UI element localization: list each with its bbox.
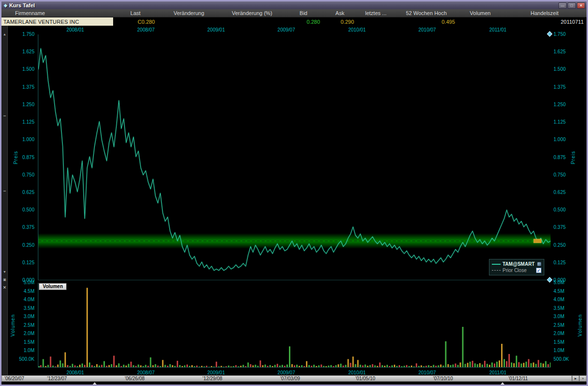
axis-tick-label: 1.750 bbox=[22, 32, 34, 37]
x-tick-label: 2008/01 bbox=[67, 27, 84, 32]
axis-tick-label: 0.375 bbox=[554, 225, 566, 230]
volume-bar bbox=[533, 363, 534, 368]
app-icon: ◆ bbox=[4, 3, 7, 8]
view-range-marker-icon[interactable] bbox=[93, 382, 97, 385]
volume-bar bbox=[474, 363, 476, 368]
axis-tick-label: 0.750 bbox=[554, 173, 566, 177]
volume-bar bbox=[465, 364, 466, 368]
volume-chart-canvas[interactable] bbox=[38, 283, 551, 368]
axis-tick-label: 1.375 bbox=[554, 85, 566, 90]
axis-tick-label: 0.125 bbox=[22, 260, 34, 265]
grip-icon[interactable]: ═ bbox=[1, 188, 8, 194]
quote-cell: TAMERLANE VENTURES INC bbox=[1, 17, 113, 26]
chart-region: ▲ ═ ═ ▼ ▣ ✕ 2008/012008/072009/012009/07… bbox=[1, 26, 587, 375]
price-chart[interactable]: TAM@SMART Prior Close ✓ bbox=[38, 34, 550, 280]
tool-icon[interactable] bbox=[537, 262, 541, 266]
axis-tick-label: 0.875 bbox=[554, 155, 566, 160]
volume-bar bbox=[479, 363, 481, 368]
column-header[interactable]: Volumen bbox=[458, 9, 503, 17]
volume-bar bbox=[113, 356, 115, 368]
volume-bar bbox=[128, 364, 129, 368]
x-tick-label: 2008/07 bbox=[137, 27, 155, 32]
scrollbar-date-label: '12/29/08 bbox=[202, 376, 222, 382]
last-price-marker[interactable] bbox=[534, 239, 541, 243]
axis-tick-label: 1.750 bbox=[554, 32, 566, 37]
volume-bar bbox=[86, 288, 88, 368]
volume-bar bbox=[538, 360, 539, 368]
column-header[interactable]: Last bbox=[113, 9, 158, 17]
volume-bar bbox=[357, 360, 359, 368]
volume-bar bbox=[355, 364, 356, 368]
scrollbar-date-label: '07/03/09 bbox=[280, 376, 300, 382]
volume-bar bbox=[177, 361, 178, 368]
timeline-scrollbar[interactable]: '06/20/07'12/23/07'06/26/08'12/29/08'07/… bbox=[1, 375, 587, 382]
volume-bar bbox=[216, 362, 217, 368]
axis-tick-label: 1.625 bbox=[554, 49, 566, 54]
axis-tick-label: 4.0M bbox=[24, 297, 34, 302]
axis-tick-label: 1.0M bbox=[554, 348, 564, 353]
view-range-marker-icon[interactable] bbox=[501, 382, 504, 385]
axis-tick-label: 2.5M bbox=[554, 323, 564, 328]
minimize-button[interactable]: — bbox=[558, 2, 567, 9]
close-panel-icon[interactable]: ✕ bbox=[1, 285, 8, 290]
volume-bar bbox=[111, 364, 112, 368]
dock-icon[interactable]: ▣ bbox=[1, 277, 8, 283]
volume-bar bbox=[540, 363, 541, 368]
grip-icon[interactable]: ═ bbox=[1, 113, 8, 119]
column-header[interactable]: Veränderung (%) bbox=[220, 9, 284, 17]
prior-close-line-sample bbox=[492, 270, 501, 271]
scroll-down-icon[interactable]: ▼ bbox=[1, 269, 8, 275]
volume-bar bbox=[62, 363, 64, 368]
x-tick-label: 2010/07 bbox=[419, 27, 436, 32]
scroll-right-icon[interactable]: ► bbox=[572, 375, 579, 382]
scroll-fast-icon[interactable]: » bbox=[579, 375, 587, 382]
column-header[interactable]: Ask bbox=[323, 9, 357, 17]
axis-tick-label: 1.250 bbox=[554, 102, 566, 107]
column-header[interactable]: Veränderung bbox=[158, 9, 220, 17]
axis-tick-label: 0.250 bbox=[554, 243, 566, 248]
volume-ticks-left: 5.0M4.5M4.0M3.5M3.0M2.5M2.0M1.5M1.0M500.… bbox=[8, 283, 36, 368]
prior-close-checkbox[interactable]: ✓ bbox=[536, 268, 541, 273]
price-chart-canvas[interactable] bbox=[38, 34, 551, 280]
volume-bar bbox=[462, 327, 464, 368]
x-tick-label: 2011/01 bbox=[489, 370, 506, 375]
volume-chart[interactable] bbox=[38, 283, 550, 368]
volume-bar bbox=[353, 356, 354, 368]
column-header[interactable]: Bid bbox=[284, 9, 323, 17]
scrollbar-track[interactable]: '06/20/07'12/23/07'06/26/08'12/29/08'07/… bbox=[1, 375, 572, 382]
axis-tick-label: 0.125 bbox=[554, 260, 566, 265]
x-tick-label: 2010/01 bbox=[348, 370, 366, 375]
timeline-marker-strip bbox=[1, 382, 587, 385]
axis-tick-label: 2.0M bbox=[554, 331, 564, 336]
titlebar[interactable]: ◆ Kurs Tafel — □ ✕ bbox=[1, 1, 587, 9]
volume-bar bbox=[484, 361, 486, 368]
column-header[interactable]: Handelszeit bbox=[503, 9, 587, 17]
quote-cell: 0.280 bbox=[284, 17, 323, 26]
quote-cell bbox=[357, 17, 395, 26]
price-ticks-left: 1.7501.6251.5001.3751.2501.1251.0000.875… bbox=[8, 34, 36, 280]
axis-tick-label: 5.0M bbox=[554, 280, 564, 285]
maximize-button[interactable]: □ bbox=[568, 2, 576, 9]
axis-tick-label: 1.500 bbox=[22, 67, 34, 72]
axis-tick-label: 0.250 bbox=[22, 243, 34, 248]
column-header[interactable]: 52 Wochen Hoch bbox=[395, 9, 458, 17]
volume-bar bbox=[445, 341, 447, 368]
close-button[interactable]: ✕ bbox=[577, 2, 585, 9]
axis-tick-label: 2.0M bbox=[24, 331, 34, 336]
x-tick-label: 2009/07 bbox=[278, 27, 295, 32]
volume-bar bbox=[535, 364, 537, 368]
app-window: ◆ Kurs Tafel — □ ✕ FirmennameLastVerände… bbox=[0, 0, 588, 386]
x-tick-label: 2008/01 bbox=[67, 370, 84, 375]
column-header[interactable]: letztes ... bbox=[357, 9, 395, 17]
volume-bar bbox=[130, 362, 132, 368]
quote-cell: 0.495 bbox=[395, 17, 458, 26]
scrollbar-date-label: '01/05/10 bbox=[355, 376, 375, 382]
scroll-up-icon[interactable]: ▲ bbox=[1, 32, 8, 37]
volume-bar bbox=[60, 360, 61, 368]
column-header[interactable]: Firmenname bbox=[1, 9, 113, 17]
quote-table-row[interactable]: TAMERLANE VENTURES INCC0.2800.2800.2900.… bbox=[1, 17, 587, 26]
volume-bar bbox=[350, 363, 352, 368]
axis-tick-label: 1.625 bbox=[22, 49, 34, 54]
axis-tick-label: 1.000 bbox=[22, 137, 34, 142]
scrollbar-date-label: '06/26/08 bbox=[125, 376, 145, 382]
